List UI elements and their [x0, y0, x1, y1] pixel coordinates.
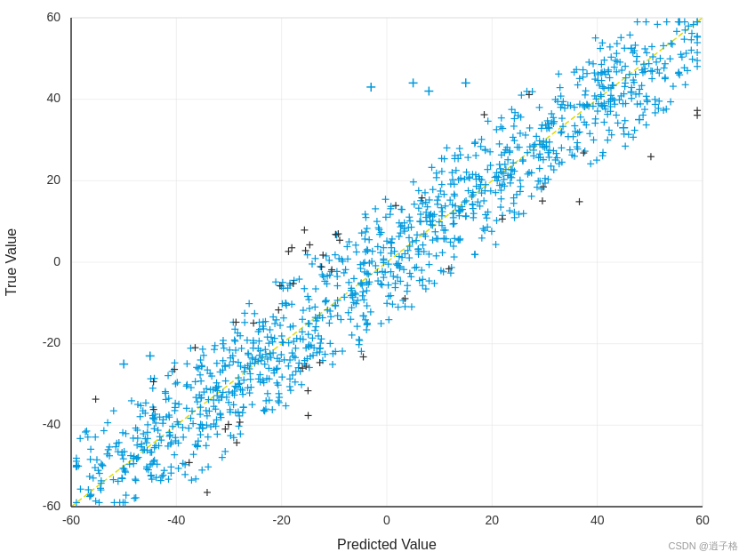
y-tick-20: 20: [46, 172, 60, 187]
x-axis-label: Predicted Value: [337, 537, 437, 552]
y-tick-0: 0: [53, 254, 60, 268]
watermark-text: CSDN @逍子格: [669, 540, 738, 553]
x-tick-0: 0: [383, 513, 390, 527]
x-tick-neg60: -60: [62, 513, 80, 527]
chart-container: -60 -40 -20 0 20 40 60 -60 -40 -20 0 20 …: [0, 0, 747, 560]
y-axis-label: True Value: [4, 228, 19, 297]
y-tick-neg40: -40: [43, 417, 60, 431]
y-tick-neg20: -20: [43, 335, 60, 349]
x-tick-20: 20: [486, 513, 500, 527]
y-tick-60: 60: [46, 10, 60, 24]
y-tick-neg60: -60: [43, 499, 60, 513]
x-tick-60: 60: [695, 513, 710, 527]
y-tick-40: 40: [46, 91, 60, 105]
x-tick-neg40: -40: [167, 513, 185, 527]
x-tick-neg20: -20: [273, 513, 291, 527]
x-tick-40: 40: [590, 513, 605, 527]
